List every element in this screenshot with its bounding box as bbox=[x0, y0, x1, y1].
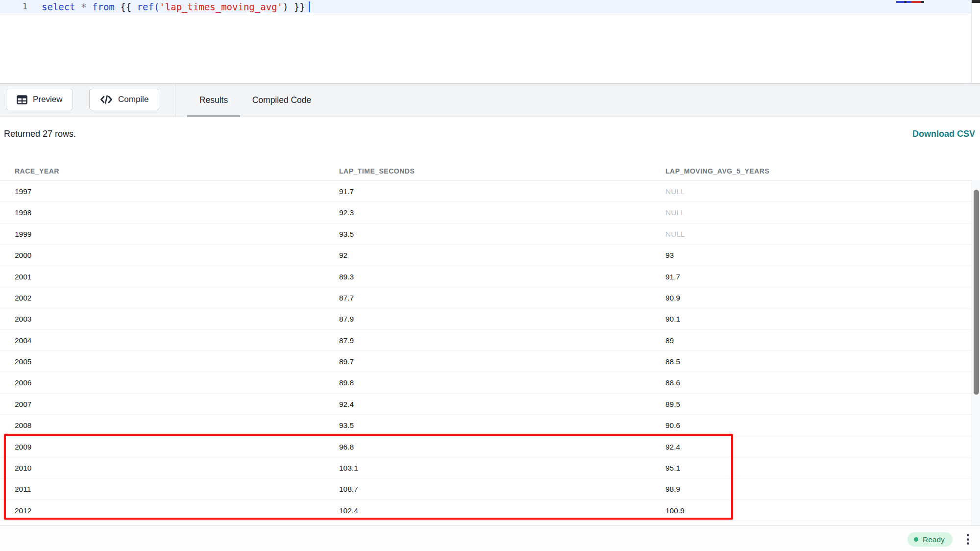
table-cell: 93.5 bbox=[339, 224, 354, 245]
table-cell: 98.9 bbox=[665, 478, 680, 500]
table-cell: 2009 bbox=[15, 436, 31, 457]
table-row: 200189.391.7 bbox=[0, 266, 972, 287]
table-cell: 96.8 bbox=[339, 436, 354, 457]
table-cell: 87.9 bbox=[339, 330, 354, 351]
table-cell: 87.9 bbox=[339, 308, 354, 329]
table-cell: 89 bbox=[665, 330, 674, 351]
table-cell: 2006 bbox=[15, 372, 31, 393]
compile-button[interactable]: Compile bbox=[89, 89, 159, 110]
table-cell: 2001 bbox=[15, 266, 31, 287]
tab-compiled-code-label: Compiled Code bbox=[252, 95, 312, 105]
table-cell: 90.1 bbox=[665, 308, 680, 329]
row-count-summary: Returned 27 rows. bbox=[4, 129, 76, 139]
tab-results[interactable]: Results bbox=[187, 84, 240, 117]
table-row: 20009293 bbox=[0, 245, 972, 266]
table-cell: 90.6 bbox=[665, 415, 680, 436]
table-row: 199791.7NULL bbox=[0, 181, 972, 202]
status-badge-label: Ready bbox=[923, 535, 945, 544]
table-cell: 1998 bbox=[15, 202, 31, 223]
column-header-lap-time-seconds: LAP_TIME_SECONDS bbox=[339, 162, 415, 181]
code-line[interactable]: select * from {{ ref('lap_times_moving_a… bbox=[42, 0, 310, 13]
table-cell: 90.9 bbox=[665, 287, 680, 308]
table-cell: 1999 bbox=[15, 224, 31, 245]
download-csv-link[interactable]: Download CSV bbox=[912, 129, 975, 139]
table-row: 2012102.4100.9 bbox=[0, 500, 972, 521]
table-row: 199892.3NULL bbox=[0, 202, 972, 223]
kebab-dot-icon bbox=[967, 534, 969, 536]
table-grid-icon bbox=[17, 95, 27, 104]
table-row: 2010103.195.1 bbox=[0, 457, 972, 478]
table-cell: 95.1 bbox=[665, 457, 680, 478]
tab-results-label: Results bbox=[199, 95, 228, 105]
table-cell: 92.3 bbox=[339, 202, 354, 223]
table-cell: 92 bbox=[339, 245, 347, 266]
table-cell: 91.7 bbox=[665, 266, 680, 287]
table-cell: 2007 bbox=[15, 394, 31, 415]
table-cell: 92.4 bbox=[665, 436, 680, 457]
table-cell: 88.6 bbox=[665, 372, 680, 393]
table-cell: 89.3 bbox=[339, 266, 354, 287]
table-row: 200487.989 bbox=[0, 330, 972, 351]
table-header-row: RACE_YEAR LAP_TIME_SECONDS LAP_MOVING_AV… bbox=[0, 162, 972, 181]
preview-button-label: Preview bbox=[33, 95, 62, 104]
table-cell: 87.7 bbox=[339, 287, 354, 308]
table-cell: 103.1 bbox=[339, 457, 358, 478]
editor-minimap[interactable] bbox=[896, 1, 924, 3]
table-cell: 2010 bbox=[15, 457, 31, 478]
ide-window: 1 select * from {{ ref('lap_times_moving… bbox=[0, 0, 980, 551]
table-cell: 100.9 bbox=[665, 500, 685, 521]
table-cell: 2008 bbox=[15, 415, 31, 436]
table-row: 199993.5NULL bbox=[0, 224, 972, 245]
table-cell: 93.5 bbox=[339, 415, 354, 436]
table-row: 200792.489.5 bbox=[0, 394, 972, 415]
table-cell: 2012 bbox=[15, 500, 31, 521]
table-cell: 92.4 bbox=[339, 394, 354, 415]
compile-button-label: Compile bbox=[118, 95, 148, 104]
table-cell: 89.7 bbox=[339, 351, 354, 372]
table-cell: NULL bbox=[665, 202, 685, 223]
results-panel: Returned 27 rows. Download CSV RACE_YEAR… bbox=[0, 117, 980, 525]
table-cell: 2000 bbox=[15, 245, 31, 266]
table-row: 2011108.798.9 bbox=[0, 478, 972, 500]
status-badge: Ready bbox=[907, 532, 953, 547]
results-toolbar: Preview Compile Results Compiled Code bbox=[0, 83, 980, 117]
table-cell: 89.8 bbox=[339, 372, 354, 393]
preview-button[interactable]: Preview bbox=[6, 89, 73, 110]
table-cell: 2011 bbox=[15, 478, 31, 500]
code-icon bbox=[100, 95, 113, 104]
table-row: 200689.888.6 bbox=[0, 372, 972, 393]
table-cell: 91.7 bbox=[339, 181, 354, 202]
table-cell: 108.7 bbox=[339, 478, 358, 500]
table-cell: NULL bbox=[665, 224, 685, 245]
column-header-race-year: RACE_YEAR bbox=[15, 162, 59, 181]
kebab-dot-icon bbox=[967, 538, 969, 541]
table-cell: 2003 bbox=[15, 308, 31, 329]
editor-scroll-track-divider bbox=[971, 0, 972, 83]
editor-scrollbar-thumb[interactable] bbox=[972, 0, 980, 3]
table-cell: 93 bbox=[665, 245, 674, 266]
sql-editor[interactable]: 1 select * from {{ ref('lap_times_moving… bbox=[0, 0, 980, 83]
table-cell: 102.4 bbox=[339, 500, 358, 521]
column-header-lap-moving-avg-5-years: LAP_MOVING_AVG_5_YEARS bbox=[665, 162, 769, 181]
table-cell: 2004 bbox=[15, 330, 31, 351]
text-cursor bbox=[309, 1, 310, 12]
table-scrollbar-thumb[interactable] bbox=[974, 190, 979, 395]
status-bar: Ready bbox=[0, 525, 980, 551]
table-row: 200589.788.5 bbox=[0, 351, 972, 372]
status-dot-icon bbox=[914, 537, 918, 542]
table-cell: NULL bbox=[665, 181, 685, 202]
table-row: 200387.990.1 bbox=[0, 308, 972, 329]
table-row: 200893.590.6 bbox=[0, 415, 972, 436]
line-number: 1 bbox=[18, 1, 27, 11]
kebab-menu-button[interactable] bbox=[960, 530, 975, 548]
table-cell: 2005 bbox=[15, 351, 31, 372]
table-body: 199791.7NULL199892.3NULL199993.5NULL2000… bbox=[0, 181, 972, 521]
table-row: 200287.790.9 bbox=[0, 287, 972, 308]
tab-compiled-code[interactable]: Compiled Code bbox=[247, 84, 316, 117]
table-row: 200996.892.4 bbox=[0, 436, 972, 457]
table-cell: 2002 bbox=[15, 287, 31, 308]
table-cell: 89.5 bbox=[665, 394, 680, 415]
table-cell: 1997 bbox=[15, 181, 31, 202]
table-scrollbar-track[interactable] bbox=[972, 180, 980, 525]
table-cell: 88.5 bbox=[665, 351, 680, 372]
